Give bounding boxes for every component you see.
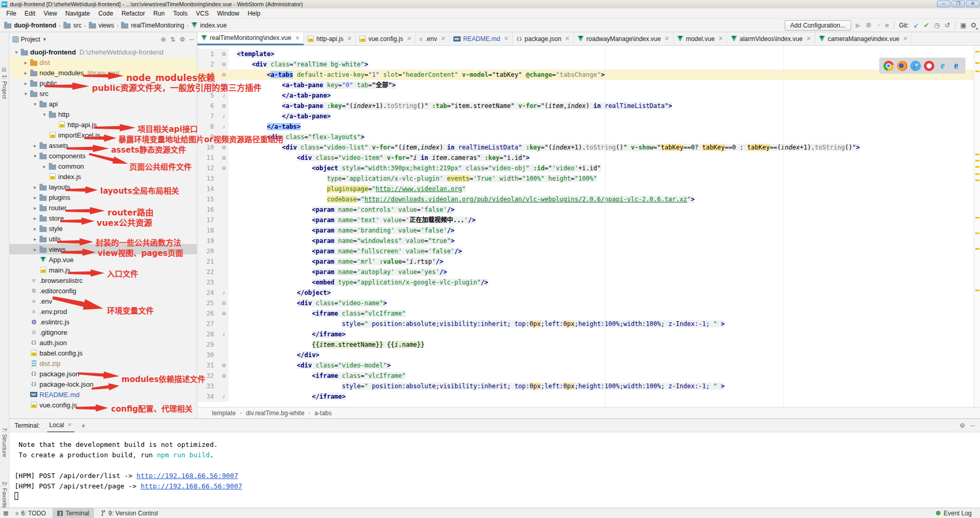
- breadcrumb-duoji-frontend[interactable]: duoji-frontend: [4, 22, 56, 29]
- menu-help[interactable]: Help: [244, 9, 265, 18]
- tree-item-plugins[interactable]: ▸plugins: [9, 192, 197, 202]
- expand-chevron-icon[interactable]: ▸: [31, 184, 39, 190]
- tree-item-public[interactable]: ▸public: [9, 78, 197, 88]
- firefox-icon[interactable]: [897, 61, 907, 71]
- tab-env[interactable]: ≡.env✕: [415, 32, 449, 45]
- warning-stripe-mark[interactable]: [975, 154, 979, 155]
- close-icon[interactable]: ✕: [347, 35, 352, 42]
- tree-item-package-lock-json[interactable]: {}package-lock.json: [9, 379, 197, 389]
- warning-stripe-mark[interactable]: [975, 173, 979, 175]
- warning-stripe-mark[interactable]: [975, 233, 979, 234]
- breadcrumb-a-tabs[interactable]: a-tabs: [314, 410, 331, 417]
- code-line[interactable]: 31⊟ <div class="video-model">: [197, 360, 980, 371]
- tree-item-index-js[interactable]: index.js: [9, 171, 197, 182]
- code-line[interactable]: 32⊟ <iframe class="vlcIframe": [197, 371, 980, 381]
- tree-item-node-modules[interactable]: ▸node_moduleslibrary root: [9, 67, 197, 78]
- warning-stripe-mark[interactable]: [975, 180, 979, 181]
- expand-chevron-icon[interactable]: ▸: [31, 247, 39, 252]
- code-line[interactable]: 15 codebase="http://downloads.videolan.o…: [197, 194, 980, 205]
- warning-stripe-mark[interactable]: [975, 62, 979, 64]
- expand-chevron-icon[interactable]: ▾: [41, 112, 48, 117]
- fold-marker-icon[interactable]: ⊟: [219, 360, 229, 371]
- code-line[interactable]: 34¬ </iframe>: [197, 391, 980, 402]
- inspection-scrollbar[interactable]: [974, 46, 980, 407]
- chevron-down-icon[interactable]: ▼: [42, 37, 47, 42]
- menu-tools[interactable]: Tools: [169, 9, 192, 18]
- minimize-button[interactable]: –: [937, 1, 950, 7]
- breadcrumb-src[interactable]: src: [63, 22, 82, 29]
- statusbar-event-log[interactable]: Event Log: [936, 510, 977, 517]
- expand-chevron-icon[interactable]: ▸: [31, 143, 39, 148]
- menu-file[interactable]: File: [2, 9, 20, 18]
- tree-item-browserslistrc[interactable]: ≡.browserslistrc: [9, 275, 197, 285]
- fold-marker-icon[interactable]: ¬: [219, 392, 229, 401]
- tree-item-app-vue[interactable]: App.vue: [9, 254, 197, 265]
- hide-panel-icon[interactable]: ─: [189, 36, 194, 43]
- code-line[interactable]: 6⊟ <a-tab-pane :key="(index+1).toString(…: [197, 101, 980, 111]
- code-line[interactable]: 19 <param name="windowless" value="true"…: [197, 236, 980, 246]
- tree-item-src[interactable]: ▾src: [9, 88, 197, 99]
- expand-chevron-icon[interactable]: ▾: [31, 101, 39, 107]
- tree-item-store[interactable]: ▸store: [9, 213, 197, 223]
- menu-code[interactable]: Code: [94, 9, 117, 18]
- menu-vcs[interactable]: VCS: [192, 9, 213, 18]
- opera-icon[interactable]: [924, 61, 934, 71]
- tree-item-assets[interactable]: ▸assets: [9, 140, 197, 151]
- tree-item-env[interactable]: ≡.env: [9, 296, 197, 306]
- fold-marker-icon[interactable]: ⊟: [219, 49, 229, 59]
- tree-item-views[interactable]: ▸views: [9, 244, 197, 254]
- fold-marker-icon[interactable]: ¬: [219, 112, 229, 121]
- fold-marker-icon[interactable]: ¬: [219, 330, 229, 339]
- code-line[interactable]: 18 <param name='branding' value='false'/…: [197, 225, 980, 236]
- tree-item-importexcel-js[interactable]: importExcel.js: [9, 130, 197, 140]
- close-icon[interactable]: ✕: [504, 35, 508, 42]
- internet-explorer-icon[interactable]: e: [937, 61, 948, 71]
- fold-marker-icon[interactable]: ⊟: [219, 101, 229, 111]
- code-line[interactable]: 22 <param name='autoplay' value='yes'/>: [197, 267, 980, 277]
- code-line[interactable]: 28¬ </iframe>: [197, 329, 980, 339]
- fold-marker-icon[interactable]: ⊟: [219, 70, 229, 80]
- expand-chevron-icon[interactable]: ▸: [31, 215, 39, 221]
- run-icon[interactable]: ▶: [856, 21, 861, 29]
- expand-chevron-icon[interactable]: ▸: [31, 236, 39, 242]
- code-line[interactable]: 5¬ </a-tab-pane>: [197, 90, 980, 101]
- fold-marker-icon[interactable]: ⊟: [219, 132, 229, 142]
- code-line[interactable]: 11⊟ <div class="video-item" v-for="i in …: [197, 153, 980, 163]
- fold-marker-icon[interactable]: ⊟: [219, 308, 229, 319]
- tree-item-package-json[interactable]: {}package.json: [9, 369, 197, 379]
- close-icon[interactable]: ✕: [806, 35, 811, 42]
- code-line[interactable]: 13 type='application/x-vlc-plugin' event…: [197, 173, 980, 184]
- expand-chevron-icon[interactable]: ▾: [22, 91, 30, 97]
- terminal-link[interactable]: http://192.168.66.56:9007: [137, 472, 238, 480]
- git-update-icon[interactable]: ↙: [914, 21, 919, 29]
- locate-file-icon[interactable]: ⊕: [161, 36, 166, 43]
- tab-model-vue[interactable]: model.vue✕: [674, 32, 728, 45]
- code-line[interactable]: 2⊟ <div class="realTime bg-white">: [197, 59, 980, 70]
- project-panel-header[interactable]: Project ▼ ⊕ ⇅ ⚙ ─: [9, 32, 197, 47]
- fold-marker-icon[interactable]: ⊟: [219, 153, 229, 163]
- expand-chevron-icon[interactable]: ▸: [31, 226, 39, 231]
- code-line[interactable]: 12⊟ <object style="width:390px;height:21…: [197, 163, 980, 173]
- expand-chevron-icon[interactable]: ▸: [22, 60, 30, 65]
- tree-item-main-js[interactable]: main.js: [9, 265, 197, 275]
- expand-chevron-icon[interactable]: ▾: [12, 49, 20, 55]
- fold-marker-icon[interactable]: ¬: [219, 122, 229, 131]
- fold-marker-icon[interactable]: ⊟: [219, 142, 229, 153]
- expand-chevron-icon[interactable]: ▸: [22, 80, 30, 86]
- close-icon[interactable]: ✕: [295, 35, 300, 42]
- breadcrumb-div[interactable]: div.realTime.bg-white: [246, 410, 304, 417]
- fold-marker-icon[interactable]: ⊟: [219, 298, 229, 308]
- tree-item-layouts[interactable]: ▸layouts: [9, 182, 197, 192]
- tree-item-duoji-frontend[interactable]: ▾duoji-frontendD:\zheheWeb\duoji-fronten…: [9, 47, 197, 57]
- expand-chevron-icon[interactable]: ▾: [31, 153, 39, 159]
- code-line[interactable]: 33 style=" position:absolute;visibility:…: [197, 381, 980, 391]
- close-icon[interactable]: ✕: [718, 35, 723, 42]
- warning-stripe-mark[interactable]: [975, 51, 979, 52]
- tree-item-style[interactable]: ▸style: [9, 223, 197, 234]
- fold-marker-icon[interactable]: ⊟: [219, 59, 229, 70]
- warning-stripe-mark[interactable]: [975, 71, 979, 72]
- menu-refactor[interactable]: Refactor: [117, 9, 149, 18]
- close-icon[interactable]: ✕: [664, 35, 669, 42]
- rollback-icon[interactable]: ↺: [945, 21, 950, 29]
- tree-item-common[interactable]: ▸common: [9, 161, 197, 171]
